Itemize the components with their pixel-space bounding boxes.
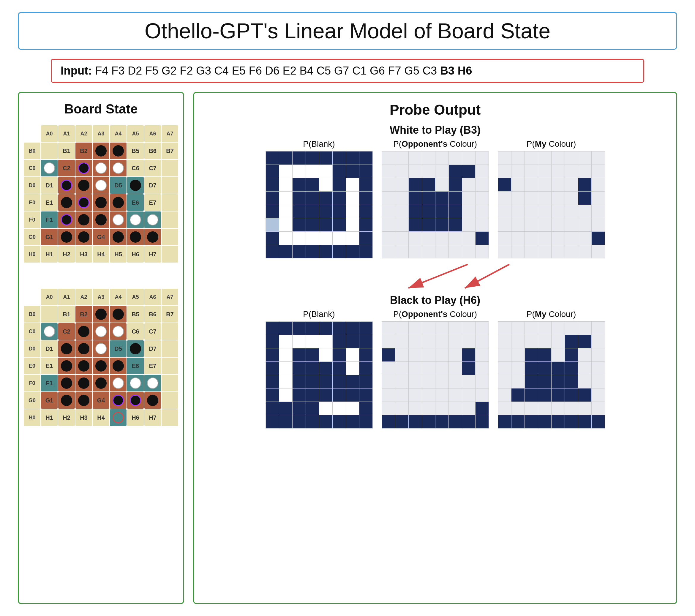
white-blank-grid bbox=[266, 151, 373, 258]
black-my-label: P(My Colour) bbox=[527, 309, 576, 319]
white-blank-label: P(Blank) bbox=[303, 139, 335, 149]
black-blank-grid bbox=[266, 321, 373, 429]
col-a0: A0 bbox=[41, 125, 57, 142]
input-box: Input: F4 F3 D2 F5 G2 F2 G3 C4 E5 F6 D6 … bbox=[51, 59, 644, 83]
input-bold: B3 H6 bbox=[440, 65, 472, 77]
board-bottom: A0 A1 A2 A3 A4 A5 A6 A7 B0 B1 B2 B5 B6 B… bbox=[24, 289, 178, 443]
board-state-title: Board State bbox=[65, 102, 138, 116]
black-blank-label: P(Blank) bbox=[303, 309, 335, 319]
board-top: A0 A1 A2 A3 A4 A5 A6 A7 B0 B1 B2 B5 B6 B… bbox=[24, 125, 178, 280]
white-opponent-label: P(Opponent's Colour) bbox=[393, 139, 477, 149]
page-title: Othello-GPT's Linear Model of Board Stat… bbox=[31, 19, 664, 43]
black-to-play-section: Black to Play (H6) P(Blank) bbox=[203, 294, 667, 429]
cross-arrows-area bbox=[203, 264, 667, 288]
black-opponent-grid bbox=[382, 321, 489, 429]
board-state-panel: Board State A0 A1 A2 A3 A4 A5 A6 A7 B0 B… bbox=[18, 92, 184, 604]
white-blank-container: P(Blank) bbox=[266, 139, 373, 258]
black-opponent-container: P(Opponent's Colour) bbox=[382, 309, 489, 429]
black-opponent-label: P(Opponent's Colour) bbox=[393, 309, 477, 319]
col-a1: A1 bbox=[58, 125, 75, 142]
main-container: Othello-GPT's Linear Model of Board Stat… bbox=[0, 0, 695, 616]
content-area: Board State A0 A1 A2 A3 A4 A5 A6 A7 B0 B… bbox=[18, 92, 677, 604]
black-blank-container: P(Blank) bbox=[266, 309, 373, 429]
black-probe-grids: P(Blank) bbox=[203, 309, 667, 429]
col-a4: A4 bbox=[110, 125, 126, 142]
white-probe-grids: P(Blank) bbox=[203, 139, 667, 258]
white-to-play-title: White to Play (B3) bbox=[203, 124, 667, 136]
white-my-container: P(My Colour) bbox=[498, 139, 605, 258]
svg-line-1 bbox=[408, 264, 468, 288]
col-a6: A6 bbox=[145, 125, 161, 142]
input-label: Input: bbox=[61, 65, 92, 77]
white-opponent-grid bbox=[382, 151, 489, 258]
black-my-container: P(My Colour) bbox=[498, 309, 605, 429]
svg-line-2 bbox=[465, 264, 509, 288]
title-box: Othello-GPT's Linear Model of Board Stat… bbox=[18, 12, 677, 50]
cross-arrows-svg bbox=[302, 261, 569, 291]
black-my-grid bbox=[498, 321, 605, 429]
col-a7: A7 bbox=[162, 125, 178, 142]
col-a2: A2 bbox=[75, 125, 92, 142]
input-sequence: F4 F3 D2 F5 G2 F2 G3 C4 E5 F6 D6 E2 B4 C… bbox=[92, 65, 440, 77]
probe-title: Probe Output bbox=[203, 102, 667, 118]
probe-panel: Probe Output White to Play (B3) P(Blank) bbox=[193, 92, 677, 604]
col-a5: A5 bbox=[127, 125, 144, 142]
col-a3: A3 bbox=[93, 125, 109, 142]
black-to-play-title: Black to Play (H6) bbox=[203, 294, 667, 307]
white-to-play-section: White to Play (B3) P(Blank) bbox=[203, 124, 667, 258]
white-my-label: P(My Colour) bbox=[527, 139, 576, 149]
white-my-grid bbox=[498, 151, 605, 258]
white-opponent-container: P(Opponent's Colour) bbox=[382, 139, 489, 258]
